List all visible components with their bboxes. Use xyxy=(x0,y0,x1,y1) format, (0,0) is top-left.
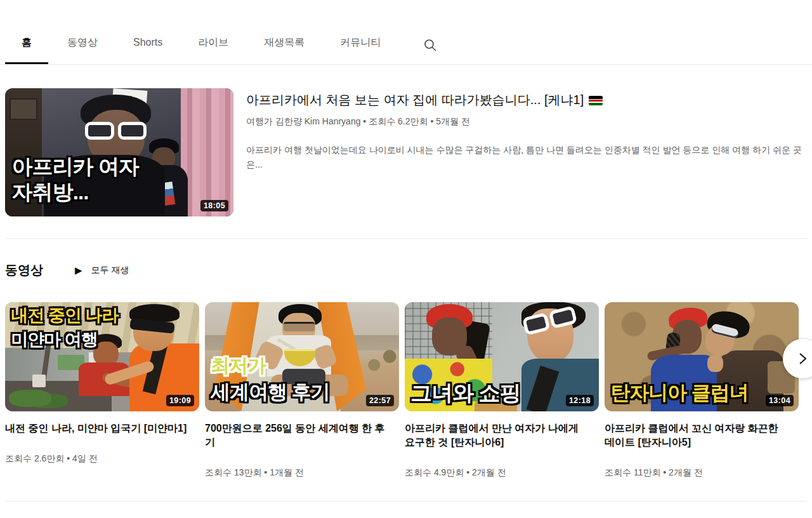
play-icon: ▶ xyxy=(75,265,82,275)
video-meta: 조회수 11만회 • 2개월 전 xyxy=(605,466,799,479)
video-title[interactable]: 아프리카 클럽에서 꼬신 여자랑 화끈한 데이트 [탄자니아5] xyxy=(605,422,790,449)
tab-live[interactable]: 라이브 xyxy=(180,37,246,64)
thumbnail-caption: 탄자니아 클럽녀 xyxy=(610,383,749,404)
video-thumbnail[interactable]: 내전 중인 나라 미얀마 여행 19:09 xyxy=(5,302,199,411)
duration-badge: 12:18 xyxy=(566,395,594,406)
video-card: 탄자니아 클럽녀 13:04 아프리카 클럽에서 꼬신 여자랑 화끈한 데이트 … xyxy=(605,302,799,479)
thumb-art-box xyxy=(10,98,37,120)
video-title[interactable]: 내전 중인 나라, 미얀마 입국기 [미얀마1] xyxy=(5,422,190,435)
video-title[interactable]: 아프리카 클럽에서 만난 여자가 나에게 요구한 것 [탄자니아6] xyxy=(405,422,590,449)
thumb-art-pink-curtain xyxy=(181,88,233,216)
video-thumbnail[interactable]: 탄자니아 클럽녀 13:04 xyxy=(605,302,799,411)
channel-tab-bar: 홈 동영상 Shorts 라이브 재생목록 커뮤니티 xyxy=(0,0,812,65)
play-all-button[interactable]: ▶ 모두 재생 xyxy=(75,265,129,276)
thumb-art-man-hand xyxy=(707,355,723,373)
video-card: 그녀와 쇼핑 12:18 아프리카 클럽에서 만난 여자가 나에게 요구한 것 … xyxy=(405,302,599,479)
thumb-art-white-sunglasses xyxy=(85,122,147,140)
tab-videos[interactable]: 동영상 xyxy=(49,37,115,64)
kenya-flag-icon xyxy=(589,96,603,105)
video-card: 내전 중인 나라 미얀마 여행 19:09 내전 중인 나라, 미얀마 입국기 … xyxy=(5,302,199,479)
search-icon[interactable] xyxy=(422,37,438,53)
content-area: 아프리카 여자 자취방... 18:05 아프리카에서 처음 보는 여자 집에 … xyxy=(0,88,812,501)
videos-section-title[interactable]: 동영상 xyxy=(5,262,43,279)
chevron-right-icon xyxy=(796,352,809,366)
play-all-label: 모두 재생 xyxy=(91,265,129,276)
thumbnail-caption-line2: 자취방... xyxy=(12,182,89,204)
tab-home[interactable]: 홈 xyxy=(4,37,49,64)
video-thumbnail[interactable]: 최저가 세계여행 후기 22:57 xyxy=(205,302,399,411)
featured-title-text: 아프리카에서 처음 보는 여자 집에 따라가봤습니다... [케냐1] xyxy=(246,93,584,107)
thumb-art-eyeglasses xyxy=(284,322,315,331)
bottom-divider xyxy=(5,501,807,501)
videos-section-header: 동영상 ▶ 모두 재생 xyxy=(5,262,807,279)
featured-video-description: 아프리카 여행 첫날이었는데요 나이로비 시내는 수많은 구걸하는 사람, 틈만… xyxy=(246,143,807,172)
thumbnail-caption-line2: 세계여행 후기 xyxy=(211,382,330,403)
video-meta: 조회수 13만회 • 1개월 전 xyxy=(205,466,399,479)
tab-shorts[interactable]: Shorts xyxy=(115,37,180,64)
featured-video-thumbnail[interactable]: 아프리카 여자 자취방... 18:05 xyxy=(5,88,233,216)
featured-video: 아프리카 여자 자취방... 18:05 아프리카에서 처음 보는 여자 집에 … xyxy=(5,88,807,216)
channel-page: 홈 동영상 Shorts 라이브 재생목록 커뮤니티 xyxy=(0,0,812,518)
duration-badge: 19:09 xyxy=(166,395,194,406)
duration-badge: 13:04 xyxy=(766,395,794,406)
video-card: 최저가 세계여행 후기 22:57 700만원으로 256일 동안 세계여행 한… xyxy=(205,302,399,479)
thumbnail-caption: 그녀와 쇼핑 xyxy=(410,382,520,405)
thumbnail-caption-line1: 아프리카 여자 xyxy=(12,156,139,178)
video-meta: 조회수 4.9만회 • 2개월 전 xyxy=(405,466,599,479)
thumbnail-caption-line1: 내전 중인 나라 xyxy=(11,307,118,324)
tab-playlists[interactable]: 재생목록 xyxy=(246,37,322,64)
section-divider xyxy=(5,238,807,239)
featured-video-title[interactable]: 아프리카에서 처음 보는 여자 집에 따라가봤습니다... [케냐1] xyxy=(246,91,807,109)
featured-video-info: 아프리카에서 처음 보는 여자 집에 따라가봤습니다... [케냐1] 여행가 … xyxy=(246,88,807,216)
thumbnail-caption-line2: 미얀마 여행 xyxy=(11,331,98,349)
duration-badge: 18:05 xyxy=(200,200,228,211)
thumb-art-cup xyxy=(32,375,46,388)
video-grid: 내전 중인 나라 미얀마 여행 19:09 내전 중인 나라, 미얀마 입국기 … xyxy=(5,302,807,479)
thumbnail-caption-line1: 최저가 xyxy=(211,355,266,376)
thumb-art-leaves xyxy=(9,390,51,408)
duration-badge: 22:57 xyxy=(366,395,394,406)
featured-video-meta: 여행가 김한량 Kim Hanryang • 조회수 6.2만회 • 5개월 전 xyxy=(246,116,807,128)
tab-community[interactable]: 커뮤니티 xyxy=(322,37,398,64)
video-title[interactable]: 700만원으로 256일 동안 세계여행 한 후기 xyxy=(205,422,390,449)
video-thumbnail[interactable]: 그녀와 쇼핑 12:18 xyxy=(405,302,599,411)
video-meta: 조회수 2.6만회 • 4일 전 xyxy=(5,452,199,465)
